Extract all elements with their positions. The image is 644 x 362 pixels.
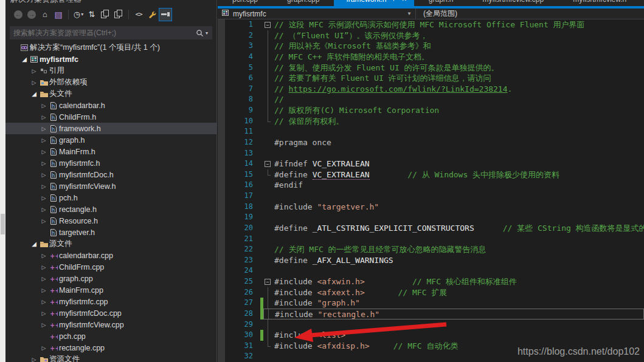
tree-item-calendarbar.cpp[interactable]: ▷++calendarbar.cpp xyxy=(5,250,217,261)
code-line-20[interactable]: 20#define _ATL_CSTRING_EXPLICIT_CONSTRUC… xyxy=(218,223,644,234)
line-body[interactable]: // https://go.microsoft.com/fwlink/?Link… xyxy=(263,84,644,95)
code-line-1[interactable]: 1// 这段 MFC 示例源代码演示如何使用 MFC Microsoft Off… xyxy=(218,19,644,30)
glyph-margin[interactable] xyxy=(218,330,225,341)
glyph-margin[interactable] xyxy=(218,298,225,309)
tree-item-graph.h[interactable]: ▷hgraph.h xyxy=(5,134,217,146)
close-icon[interactable]: ✕ xyxy=(207,0,213,2)
code-text[interactable]: #include "rectangle.h" xyxy=(275,309,379,319)
tree-item-myfisrtmfc.h[interactable]: ▷hmyfisrtmfc.h xyxy=(5,157,217,169)
line-body[interactable]: // 关闭 MFC 的一些常见且经常可放心忽略的隐藏警告消息 xyxy=(263,244,644,255)
glyph-margin[interactable] xyxy=(218,212,225,223)
code-line-9[interactable]: 9// 版权所有(C) Microsoft Corporation xyxy=(218,105,644,116)
glyph-margin[interactable] xyxy=(218,73,225,84)
tree-expand-arrow[interactable]: ▷ xyxy=(40,160,48,166)
code-line-8[interactable]: 8// xyxy=(218,94,644,105)
code-line-30[interactable]: 30#include <list> xyxy=(218,330,644,341)
code-text[interactable]: #define _AFX_ALL_WARNINGS xyxy=(274,255,393,266)
pin-icon[interactable]: ⊤ xyxy=(194,0,200,2)
code-text[interactable]: #include "targetver.h" xyxy=(274,202,379,213)
code-text[interactable]: // MFC C++ 库软件随附的相关电子文档。 xyxy=(274,52,429,63)
code-line-2[interactable]: 2// （“Fluent UI”）。该示例仅供参考， xyxy=(218,30,644,41)
tree-expand-arrow[interactable]: ▷ xyxy=(40,172,48,178)
search-icon[interactable]: ▾ xyxy=(196,29,212,37)
tree-item--[interactable]: ▷引用 xyxy=(5,65,217,77)
tab-myfisrtmfcview.h[interactable]: myfisrtmfcview.h xyxy=(558,0,641,6)
scope-dropdown[interactable]: (全局范围) xyxy=(416,9,457,19)
glyph-margin[interactable] xyxy=(218,319,225,330)
tree-item-myfisrtmfcview.cpp[interactable]: ▷++myfisrtmfcView.cpp xyxy=(5,319,217,330)
code-text[interactable]: #endif xyxy=(274,180,303,191)
code-text[interactable]: // 用以补充《Microsoft 基础类参考》和 xyxy=(274,41,431,52)
glyph-margin[interactable] xyxy=(218,126,225,137)
current-line-highlight[interactable]: #include "rectangle.h" xyxy=(263,309,644,319)
code-line-17[interactable]: 17 xyxy=(218,191,644,202)
tree-expand-arrow[interactable]: ◢ xyxy=(20,56,29,63)
code-text[interactable]: // 版权所有(C) Microsoft Corporation xyxy=(274,105,439,116)
tree-expand-arrow[interactable]: ▷ xyxy=(30,80,38,86)
line-body[interactable] xyxy=(263,126,644,137)
code-text[interactable]: #define _ATL_CSTRING_EXPLICIT_CONSTRUCTO… xyxy=(274,223,644,234)
line-body[interactable]: // 版权所有(C) Microsoft Corporation xyxy=(263,105,644,116)
tree-expand-arrow[interactable]: ▷ xyxy=(40,207,48,213)
copy-icon[interactable] xyxy=(112,8,125,21)
line-body[interactable]: #include "targetver.h" xyxy=(263,202,644,213)
view-code-icon[interactable]: <> xyxy=(132,8,145,21)
chevron-down-icon[interactable]: ▾ xyxy=(184,0,188,2)
tree-expand-arrow[interactable]: ▷ xyxy=(40,322,48,328)
sync-with-active-document-icon[interactable]: ⇅ xyxy=(85,8,99,21)
code-line-10[interactable]: 10// 保留所有权利。 xyxy=(218,116,644,127)
code-line-13[interactable]: 13 xyxy=(218,148,644,159)
glyph-margin[interactable] xyxy=(218,202,225,213)
chevron-down-icon[interactable]: ▾ xyxy=(206,30,208,36)
tree-expand-arrow[interactable]: ▷ xyxy=(40,114,48,120)
line-body[interactable] xyxy=(263,234,644,245)
tree-expand-arrow[interactable]: ▷ xyxy=(40,310,48,316)
pending-changes-icon[interactable]: ◷▾ xyxy=(72,8,85,21)
tree-expand-arrow[interactable]: ◢ xyxy=(30,241,38,247)
code-line-6[interactable]: 6// 若要了解有关 Fluent UI 许可计划的详细信息，请访问 xyxy=(218,73,644,84)
code-line-25[interactable]: 25#include <afxwin.h> // MFC 核心组件和标准组件 xyxy=(218,276,644,287)
glyph-margin[interactable] xyxy=(218,94,225,105)
project-dropdown[interactable]: myfisrtmfc ▼ xyxy=(218,9,415,18)
code-text[interactable]: #include "graph.h" xyxy=(274,298,360,309)
code-line-11[interactable]: 11 xyxy=(218,126,644,137)
tree-expand-arrow[interactable]: ▷ xyxy=(40,218,48,224)
tree-item--myfisrtmfc-1-1-[interactable]: 解决方案“myfisrtmfc”(1 个项目/共 1 个) xyxy=(5,42,217,53)
tree-item-rectangle.h[interactable]: ▷hrectangle.h xyxy=(5,203,217,215)
fold-collapse-icon[interactable] xyxy=(263,19,274,30)
tree-item--[interactable]: ◢头文件 xyxy=(5,88,217,100)
glyph-margin[interactable] xyxy=(218,30,225,41)
glyph-margin[interactable] xyxy=(218,19,225,30)
tree-item-mainfrm.h[interactable]: ▷hMainFrm.h xyxy=(5,146,217,157)
code-text[interactable]: // 复制、使用或分发 Fluent UI 的许可条款是单独提供的。 xyxy=(274,63,499,73)
line-body[interactable] xyxy=(263,212,644,223)
code-text[interactable]: #pragma once xyxy=(274,137,331,148)
code-text[interactable] xyxy=(274,351,279,362)
close-icon[interactable]: ✕ xyxy=(401,0,406,6)
glyph-margin[interactable] xyxy=(218,52,225,63)
glyph-margin[interactable] xyxy=(218,244,225,255)
glyph-margin[interactable] xyxy=(218,148,225,159)
tree-item-calendarbar.h[interactable]: ▷hcalendarbar.h xyxy=(5,100,217,111)
glyph-margin[interactable] xyxy=(218,341,225,352)
properties-icon[interactable] xyxy=(145,8,159,21)
pin-icon[interactable] xyxy=(391,0,396,6)
code-text[interactable] xyxy=(274,319,279,330)
code-line-27[interactable]: 27#include "graph.h" xyxy=(218,298,644,309)
line-body[interactable] xyxy=(263,319,644,330)
glyph-margin[interactable] xyxy=(218,84,225,95)
tab-pch.cpp[interactable]: pch.cpp xyxy=(218,0,272,6)
tab-graph.h[interactable]: graph.h xyxy=(414,0,468,6)
code-text[interactable] xyxy=(274,234,279,245)
code-text[interactable]: #include <afxwin.h> // MFC 核心组件和标准组件 xyxy=(274,276,517,287)
code-text[interactable]: #include <afxext.h> // MFC 扩展 xyxy=(274,287,447,298)
tab-graph.cpp[interactable]: graph.cpp xyxy=(272,0,334,6)
tree-item-pch.cpp[interactable]: ++pch.cpp xyxy=(5,330,217,342)
nest-files-icon[interactable] xyxy=(99,8,112,21)
tree-item-pch.h[interactable]: ▷hpch.h xyxy=(5,192,217,203)
code-line-15[interactable]: 15#define VC_EXTRALEAN // 从 Windows 头中排除… xyxy=(218,169,644,180)
forward-icon[interactable]: → xyxy=(25,8,38,21)
code-line-23[interactable]: 23#define _AFX_ALL_WARNINGS xyxy=(218,255,644,266)
code-line-14[interactable]: 14#ifndef VC_EXTRALEAN xyxy=(218,159,644,169)
switch-views-icon[interactable]: ▤ xyxy=(52,8,65,21)
